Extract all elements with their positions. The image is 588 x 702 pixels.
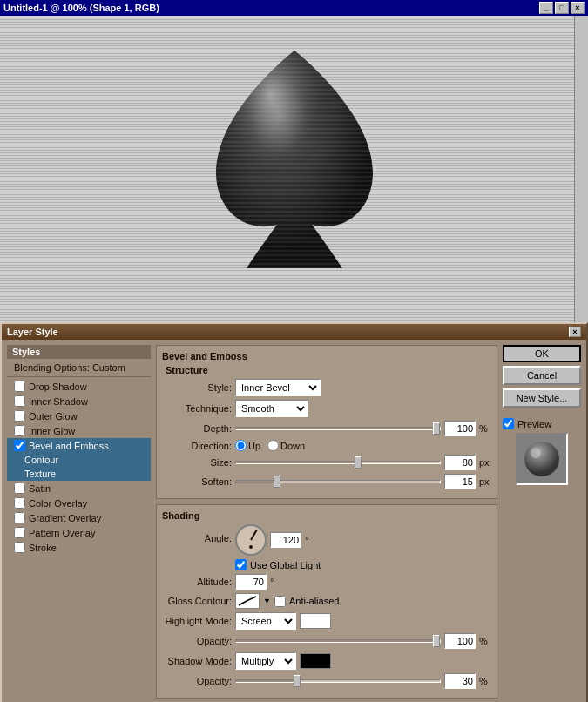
style-select[interactable]: Inner Bevel Outer Bevel Emboss Pillow Em… xyxy=(235,379,321,396)
highlight-opacity-slider[interactable] xyxy=(235,635,441,647)
size-slider[interactable] xyxy=(235,456,441,469)
dialog-body: Styles Blending Options: Custom Drop Sha… xyxy=(2,340,586,702)
global-light-row: Use Global Light xyxy=(235,559,321,570)
cancel-button[interactable]: Cancel xyxy=(503,366,581,385)
soften-px: px xyxy=(479,476,491,487)
highlight-opacity-track xyxy=(235,639,441,643)
drop-shadow-item[interactable]: Drop Shadow xyxy=(7,379,151,394)
bevel-emboss-checkbox[interactable] xyxy=(14,440,25,451)
depth-row: Depth: 100 % xyxy=(162,421,491,436)
shadow-opacity-slider[interactable] xyxy=(235,675,441,687)
size-thumb[interactable] xyxy=(355,456,362,469)
stroke-checkbox[interactable] xyxy=(14,542,25,553)
bevel-emboss-item[interactable]: Bevel and Emboss xyxy=(7,438,151,453)
depth-thumb[interactable] xyxy=(433,422,440,435)
contour-dropdown-arrow[interactable]: ▼ xyxy=(263,597,271,605)
dialog-title-bar: Layer Style × xyxy=(2,324,586,340)
pattern-overlay-checkbox[interactable] xyxy=(14,527,25,538)
shadow-opacity-input[interactable]: 30 xyxy=(444,673,476,689)
shadow-opacity-track xyxy=(235,679,441,683)
soften-input[interactable]: 15 xyxy=(444,474,476,489)
maximize-btn[interactable]: □ xyxy=(555,2,569,14)
depth-input[interactable]: 100 xyxy=(444,421,476,436)
highlight-opacity-percent: % xyxy=(479,636,491,646)
gradient-overlay-checkbox[interactable] xyxy=(14,512,25,523)
direction-up-label[interactable]: Up xyxy=(235,440,260,451)
gloss-contour-preview[interactable] xyxy=(235,593,260,609)
spade-shape xyxy=(199,42,390,286)
direction-down-radio[interactable] xyxy=(267,440,279,451)
angle-top: 120 ° xyxy=(235,524,321,556)
scrollbar-right[interactable] xyxy=(574,16,588,336)
highlight-mode-select[interactable]: Screen Normal Multiply xyxy=(235,612,296,630)
highlight-opacity-row: Opacity: 100 % xyxy=(162,633,491,649)
preview-checkbox[interactable] xyxy=(503,418,514,429)
shadow-mode-select[interactable]: Multiply Normal Screen xyxy=(235,652,296,670)
texture-item[interactable]: Texture xyxy=(7,467,151,481)
minimize-btn[interactable]: _ xyxy=(539,2,553,14)
inner-glow-item[interactable]: Inner Glow xyxy=(7,423,151,438)
satin-checkbox[interactable] xyxy=(14,483,25,494)
global-light-checkbox[interactable] xyxy=(235,559,247,570)
soften-track xyxy=(235,480,441,483)
direction-row: Direction: Up Down xyxy=(162,440,491,451)
outer-glow-item[interactable]: Outer Glow xyxy=(7,408,151,423)
gradient-overlay-item[interactable]: Gradient Overlay xyxy=(7,510,151,525)
depth-slider[interactable] xyxy=(235,422,441,435)
stroke-item[interactable]: Stroke xyxy=(7,540,151,555)
direction-up-radio[interactable] xyxy=(235,440,247,451)
satin-item[interactable]: Satin xyxy=(7,481,151,496)
pattern-overlay-item[interactable]: Pattern Overlay xyxy=(7,525,151,540)
angle-row: Angle: 120 ° Use Global Light xyxy=(162,524,491,570)
new-style-button[interactable]: New Style... xyxy=(503,388,581,408)
shadow-opacity-thumb[interactable] xyxy=(294,675,301,687)
angle-controls: 120 ° Use Global Light xyxy=(235,524,321,570)
altitude-input[interactable]: 70 xyxy=(235,574,267,590)
window-controls: _ □ × xyxy=(539,2,585,14)
angle-input[interactable]: 120 xyxy=(270,532,301,548)
technique-select[interactable]: Smooth Chisel Hard Chisel Soft xyxy=(235,400,308,417)
highlight-opacity-input[interactable]: 100 xyxy=(444,633,476,649)
shadow-color-swatch[interactable] xyxy=(300,653,331,669)
size-label: Size: xyxy=(162,457,232,468)
close-btn[interactable]: × xyxy=(571,2,585,14)
highlight-mode-row: Highlight Mode: Screen Normal Multiply xyxy=(162,612,491,630)
highlight-opacity-thumb[interactable] xyxy=(433,635,440,647)
size-px: px xyxy=(479,457,491,468)
soften-label: Soften: xyxy=(162,476,232,487)
soften-thumb[interactable] xyxy=(274,476,280,488)
blending-options-item[interactable]: Blending Options: Custom xyxy=(7,361,151,375)
global-light-label: Use Global Light xyxy=(250,560,321,570)
drop-shadow-checkbox[interactable] xyxy=(14,381,25,392)
angle-widget[interactable] xyxy=(235,524,267,556)
shadow-mode-row: Shadow Mode: Multiply Normal Screen xyxy=(162,652,491,670)
svg-point-50 xyxy=(531,448,541,458)
outer-glow-checkbox[interactable] xyxy=(14,410,25,422)
color-overlay-item[interactable]: Color Overlay xyxy=(7,496,151,510)
size-fill xyxy=(236,462,358,463)
anti-aliased-checkbox[interactable] xyxy=(274,596,286,607)
size-input[interactable]: 80 xyxy=(444,455,476,470)
shadow-opacity-label: Opacity: xyxy=(162,676,232,686)
direction-down-label[interactable]: Down xyxy=(267,440,305,451)
inner-shadow-item[interactable]: Inner Shadow xyxy=(7,394,151,408)
inner-shadow-checkbox[interactable] xyxy=(14,395,25,407)
highlight-color-swatch[interactable] xyxy=(300,613,331,629)
depth-track xyxy=(235,427,441,430)
panel-divider xyxy=(7,376,151,377)
canvas-area xyxy=(0,16,588,336)
ok-button[interactable]: OK xyxy=(503,345,581,362)
soften-slider[interactable] xyxy=(235,476,441,488)
angle-dot xyxy=(249,545,253,549)
color-overlay-checkbox[interactable] xyxy=(14,497,25,509)
title-bar: Untitled-1 @ 100% (Shape 1, RGB) _ □ × xyxy=(0,0,588,16)
shadow-mode-label: Shadow Mode: xyxy=(162,656,232,666)
title-text: Untitled-1 @ 100% (Shape 1, RGB) xyxy=(3,3,159,13)
inner-glow-checkbox[interactable] xyxy=(14,425,25,436)
contour-item[interactable]: Contour xyxy=(7,453,151,467)
style-label: Style: xyxy=(162,382,232,393)
depth-fill xyxy=(236,428,440,429)
dialog-close-btn[interactable]: × xyxy=(569,327,581,337)
depth-label: Depth: xyxy=(162,423,232,434)
soften-row: Soften: 15 px xyxy=(162,474,491,489)
